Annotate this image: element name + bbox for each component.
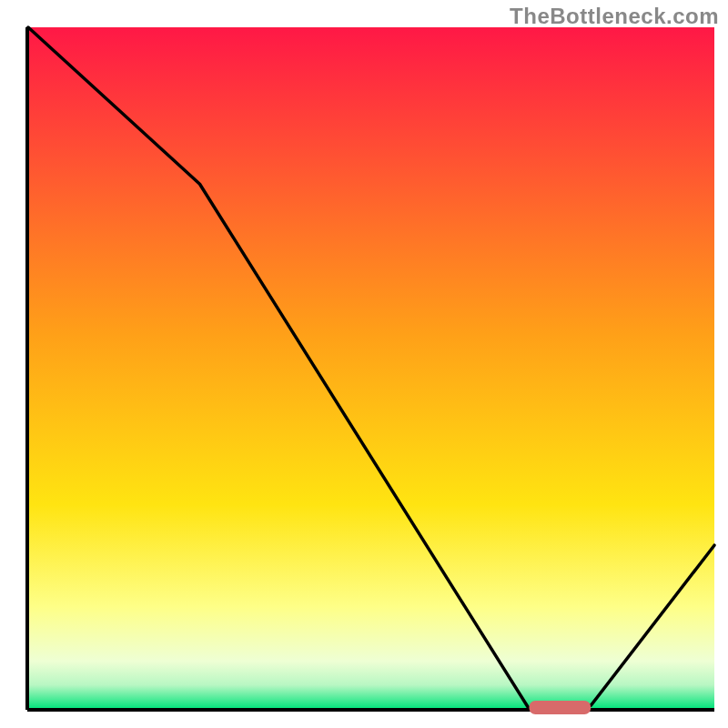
bottleneck-chart: TheBottleneck.com	[0, 0, 728, 728]
plot-background	[28, 27, 714, 709]
watermark-text: TheBottleneck.com	[510, 4, 719, 29]
optimal-marker	[529, 701, 591, 714]
chart-svg	[0, 0, 728, 728]
